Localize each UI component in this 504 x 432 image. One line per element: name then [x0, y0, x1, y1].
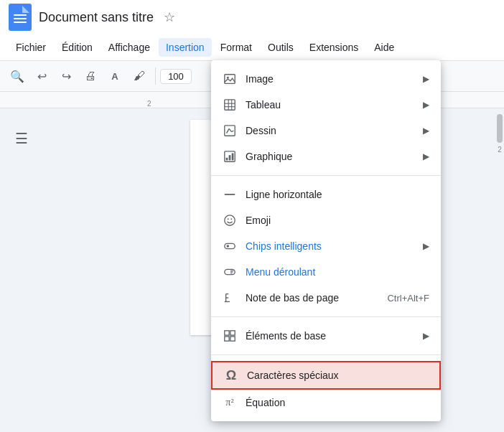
- ligne-icon: [223, 187, 237, 202]
- print-button[interactable]: 🖨: [79, 65, 102, 88]
- search-button[interactable]: 🔍: [6, 65, 29, 88]
- tableau-label: Tableau: [246, 99, 414, 111]
- pi-icon: π²: [223, 395, 237, 410]
- svg-rect-14: [232, 154, 234, 161]
- svg-rect-12: [226, 158, 228, 161]
- svg-point-17: [228, 218, 229, 220]
- note-icon: [223, 291, 237, 305]
- menu-item-deroulant[interactable]: Menu déroulant: [211, 259, 441, 285]
- left-panel: ☰: [0, 108, 43, 432]
- dropdown-menu: Image ▶ Tableau ▶ Dessin ▶ Graphique ▶: [211, 60, 441, 421]
- note-label: Note de bas de page: [246, 292, 378, 304]
- menu-item-ligne[interactable]: Ligne horizontale: [211, 182, 441, 207]
- separator-2: [211, 316, 441, 317]
- format-paint-button[interactable]: 🖌: [128, 65, 151, 88]
- svg-point-1: [227, 77, 229, 79]
- elements-arrow: ▶: [423, 331, 429, 341]
- svg-rect-31: [225, 337, 229, 341]
- zoom-level[interactable]: 100: [160, 69, 192, 84]
- svg-line-10: [232, 131, 234, 132]
- svg-point-18: [230, 218, 232, 220]
- graphique-label: Graphique: [246, 151, 414, 162]
- elements-icon: [223, 329, 237, 343]
- note-shortcut: Ctrl+Alt+F: [387, 293, 429, 304]
- separator-1: [211, 175, 441, 176]
- svg-rect-29: [225, 331, 229, 335]
- dessin-arrow: ▶: [423, 126, 429, 136]
- tableau-arrow: ▶: [423, 100, 429, 110]
- caracteres-label: Caractères spéciaux: [247, 370, 428, 381]
- emoji-icon: [223, 213, 237, 227]
- svg-rect-2: [225, 100, 235, 110]
- svg-line-8: [227, 128, 230, 133]
- dessin-label: Dessin: [246, 125, 414, 136]
- emoji-label: Emoji: [246, 215, 429, 226]
- menu-item-chips[interactable]: Chips intelligents ▶: [211, 233, 441, 259]
- chips-arrow: ▶: [423, 241, 429, 251]
- scrollbar-number: 2: [498, 146, 502, 154]
- svg-rect-19: [225, 243, 235, 248]
- redo-button[interactable]: ↪: [55, 65, 78, 88]
- menu-item-image[interactable]: Image ▶: [211, 66, 441, 92]
- equation-label: Équation: [246, 397, 429, 408]
- menu-item-note[interactable]: Note de bas de page Ctrl+Alt+F: [211, 285, 441, 311]
- svg-line-9: [229, 128, 232, 132]
- document-title: Document sans titre: [39, 10, 154, 25]
- deroulant-icon: [223, 265, 237, 279]
- doc-icon-lines: [14, 14, 27, 23]
- ligne-label: Ligne horizontale: [246, 189, 429, 200]
- image-arrow: ▶: [423, 74, 429, 84]
- dessin-icon: [223, 123, 237, 138]
- menu-item-caracteres[interactable]: Ω Caractères spéciaux: [211, 361, 441, 390]
- elements-label: Éléments de base: [246, 330, 414, 342]
- deroulant-label: Menu déroulant: [246, 266, 429, 278]
- svg-rect-13: [229, 155, 231, 160]
- menu-format[interactable]: Format: [213, 38, 259, 57]
- menu-item-equation[interactable]: π² Équation: [211, 390, 441, 415]
- svg-rect-21: [225, 269, 235, 274]
- spellcheck-button[interactable]: A: [103, 65, 126, 88]
- scrollbar[interactable]: 2: [495, 108, 504, 432]
- separator-3: [211, 354, 441, 355]
- menu-extensions[interactable]: Extensions: [302, 38, 365, 57]
- tableau-icon: [223, 98, 237, 112]
- title-bar: Document sans titre ☆: [0, 0, 504, 34]
- menu-edition[interactable]: Édition: [55, 38, 100, 57]
- toolbar-sep-1: [155, 67, 156, 85]
- menu-item-tableau[interactable]: Tableau ▶: [211, 92, 441, 118]
- star-icon[interactable]: ☆: [164, 9, 175, 25]
- undo-button[interactable]: ↩: [30, 65, 53, 88]
- svg-point-16: [225, 215, 235, 225]
- svg-rect-0: [225, 75, 235, 84]
- chips-icon: [223, 239, 237, 253]
- insertion-dropdown: Image ▶ Tableau ▶ Dessin ▶ Graphique ▶: [211, 60, 441, 421]
- menu-item-elements[interactable]: Éléments de base ▶: [211, 323, 441, 349]
- menu-bar: Fichier Édition Affichage Insertion Form…: [0, 34, 504, 60]
- menu-fichier[interactable]: Fichier: [9, 38, 53, 57]
- menu-item-dessin[interactable]: Dessin ▶: [211, 118, 441, 144]
- graphique-arrow: ▶: [423, 151, 429, 161]
- doc-icon: [9, 4, 32, 31]
- scrollbar-thumb[interactable]: [497, 114, 503, 143]
- menu-aide[interactable]: Aide: [367, 38, 401, 57]
- menu-item-emoji[interactable]: Emoji: [211, 207, 441, 233]
- svg-rect-32: [230, 337, 235, 341]
- svg-point-20: [227, 245, 230, 248]
- menu-affichage[interactable]: Affichage: [101, 38, 157, 57]
- menu-insertion[interactable]: Insertion: [159, 38, 212, 57]
- image-icon: [223, 72, 237, 86]
- omega-icon: Ω: [224, 368, 238, 382]
- graphique-icon: [223, 149, 237, 164]
- list-icon: ☰: [15, 130, 28, 147]
- svg-rect-30: [230, 331, 235, 335]
- menu-item-graphique[interactable]: Graphique ▶: [211, 144, 441, 169]
- menu-outils[interactable]: Outils: [261, 38, 301, 57]
- chips-label: Chips intelligents: [246, 240, 414, 252]
- image-label: Image: [246, 73, 414, 85]
